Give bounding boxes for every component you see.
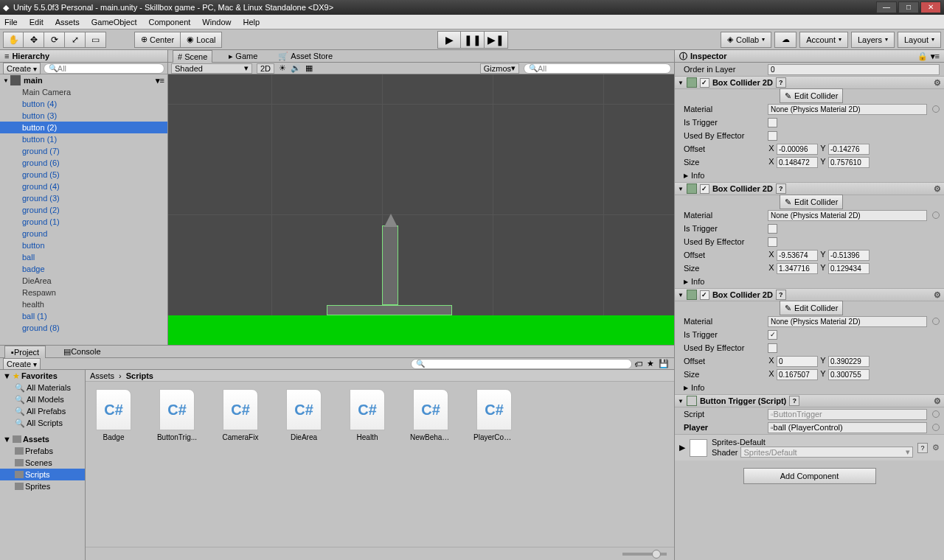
size-x-input[interactable] xyxy=(777,263,818,274)
object-picker-icon[interactable] xyxy=(932,410,940,418)
size-y-input[interactable] xyxy=(828,369,870,380)
pivot-local-button[interactable]: ◉ Local xyxy=(181,32,222,48)
pivot-center-button[interactable]: ⊕ Center xyxy=(134,32,181,48)
scale-tool[interactable]: ⤢ xyxy=(65,32,86,48)
menu-edit[interactable]: Edit xyxy=(30,18,44,27)
tab-console[interactable]: ▤Console xyxy=(58,346,106,358)
fx-icon[interactable]: ▦ xyxy=(305,63,313,73)
offset-y-input[interactable] xyxy=(828,144,870,155)
panel-menu-icon[interactable]: ▾≡ xyxy=(931,52,940,61)
favorites-folder[interactable]: ▼★Favorites xyxy=(0,370,85,382)
istrigger-checkbox[interactable] xyxy=(768,118,777,127)
menu-gameobject[interactable]: GameObject xyxy=(91,18,137,27)
layout-dropdown[interactable]: Layout xyxy=(898,32,941,48)
hierarchy-item[interactable]: button xyxy=(0,239,167,251)
asset-item[interactable]: C#Health xyxy=(347,389,388,441)
hierarchy-item[interactable]: button (1) xyxy=(0,133,167,145)
shading-dropdown[interactable]: Shaded▾ xyxy=(171,63,252,74)
offset-x-input[interactable] xyxy=(777,144,818,155)
folder-item[interactable]: Sprites xyxy=(0,480,85,492)
material-field[interactable]: None (Physics Material 2D) xyxy=(768,210,927,221)
hierarchy-item[interactable]: ground (8) xyxy=(0,322,167,334)
folder-item[interactable]: Prefabs xyxy=(0,445,85,457)
save-filter-icon[interactable]: 💾 xyxy=(659,359,669,368)
close-button[interactable]: ✕ xyxy=(920,1,941,13)
help-icon[interactable]: ? xyxy=(917,443,928,453)
light-icon[interactable]: ☀ xyxy=(279,63,286,73)
folder-item[interactable]: Scripts xyxy=(0,469,85,480)
hierarchy-create-button[interactable]: Create ▾ xyxy=(3,63,41,74)
effector-checkbox[interactable] xyxy=(768,237,777,247)
collab-dropdown[interactable]: ◈Collab xyxy=(721,32,771,48)
size-y-input[interactable] xyxy=(828,263,870,274)
asset-item[interactable]: C#PlayerCont... xyxy=(473,389,515,441)
boxcollider-header[interactable]: ▼✓Box Collider 2D?⚙ xyxy=(675,182,944,195)
star-filter-icon[interactable]: ★ xyxy=(647,359,654,368)
2d-toggle[interactable]: 2D xyxy=(257,63,274,74)
offset-x-input[interactable] xyxy=(777,356,818,367)
menu-component[interactable]: Component xyxy=(148,18,190,27)
offset-x-input[interactable] xyxy=(777,250,818,261)
asset-item[interactable]: C#Badge xyxy=(93,389,134,441)
favorite-item[interactable]: 🔍All Models xyxy=(0,393,85,405)
hierarchy-search[interactable]: 🔍All xyxy=(44,63,164,74)
hierarchy-item[interactable]: Respawn xyxy=(0,287,167,298)
order-input[interactable] xyxy=(768,64,940,75)
rotate-tool[interactable]: ⟳ xyxy=(44,32,65,48)
audio-icon[interactable]: 🔊 xyxy=(291,63,301,73)
menu-file[interactable]: File xyxy=(4,18,18,27)
gear-icon[interactable]: ⚙ xyxy=(934,290,941,300)
menu-help[interactable]: Help xyxy=(243,18,260,27)
hierarchy-item[interactable]: ground (2) xyxy=(0,204,167,216)
favorite-item[interactable]: 🔍All Materials xyxy=(0,382,85,393)
size-y-input[interactable] xyxy=(828,157,870,168)
help-icon[interactable]: ? xyxy=(776,183,786,194)
gear-icon[interactable]: ⚙ xyxy=(934,396,941,406)
hierarchy-item[interactable]: ground (3) xyxy=(0,192,167,204)
shader-dropdown[interactable]: Sprites/Default▾ xyxy=(740,447,913,458)
menu-window[interactable]: Window xyxy=(202,18,231,27)
help-icon[interactable]: ? xyxy=(776,290,786,300)
tab-scene[interactable]: #Scene xyxy=(173,50,212,63)
asset-item[interactable]: C#NewBehavi... xyxy=(410,389,451,441)
object-picker-icon[interactable] xyxy=(932,211,940,219)
move-tool[interactable]: ✥ xyxy=(24,32,44,48)
gear-icon[interactable]: ⚙ xyxy=(932,443,940,452)
assets-folder[interactable]: ▼Assets xyxy=(0,433,85,445)
offset-y-input[interactable] xyxy=(828,250,870,261)
hierarchy-tab[interactable]: ≡Hierarchy xyxy=(0,50,167,63)
size-x-input[interactable] xyxy=(777,369,818,380)
maximize-button[interactable]: □ xyxy=(898,1,919,13)
account-dropdown[interactable]: Account xyxy=(799,32,848,48)
asset-item[interactable]: C#DieArea xyxy=(283,389,324,441)
tab-asset-store[interactable]: 🛒Asset Store xyxy=(274,50,337,63)
tab-project[interactable]: ▪Project xyxy=(4,346,46,358)
script-component-header[interactable]: ▼ Button Trigger (Script) ? ⚙ xyxy=(675,394,944,407)
help-icon[interactable]: ? xyxy=(789,396,799,406)
layers-dropdown[interactable]: Layers xyxy=(851,32,895,48)
inspector-tab[interactable]: ⓘInspector🔒▾≡ xyxy=(675,50,944,63)
hierarchy-item[interactable]: ball xyxy=(0,251,167,263)
tab-game[interactable]: ▸Game xyxy=(224,50,262,63)
hierarchy-item[interactable]: ground (1) xyxy=(0,216,167,228)
scene-root[interactable]: ▼main▾≡ xyxy=(0,74,167,86)
hierarchy-item[interactable]: DieArea xyxy=(0,275,167,287)
enable-checkbox[interactable]: ✓ xyxy=(700,78,709,88)
asset-item[interactable]: C#CameraFix xyxy=(220,389,261,441)
hand-tool[interactable]: ✋ xyxy=(3,32,24,48)
gizmos-dropdown[interactable]: Gizmos ▾ xyxy=(480,63,519,74)
effector-checkbox[interactable] xyxy=(768,343,777,353)
hierarchy-item[interactable]: button (3) xyxy=(0,110,167,122)
icon-size-slider[interactable] xyxy=(622,553,667,556)
play-button[interactable]: ▶ xyxy=(437,31,461,49)
step-button[interactable]: ▶❚ xyxy=(485,31,508,49)
player-field[interactable]: ▫ball (PlayerControl) xyxy=(768,422,927,433)
enable-checkbox[interactable]: ✓ xyxy=(700,290,709,300)
hierarchy-item[interactable]: ground (5) xyxy=(0,169,167,181)
gear-icon[interactable]: ⚙ xyxy=(934,78,941,88)
hierarchy-item[interactable]: button (4) xyxy=(0,98,167,110)
edit-collider-button[interactable]: ✎Edit Collider xyxy=(780,195,843,209)
info-foldout[interactable]: ▶ Info xyxy=(675,275,944,288)
gear-icon[interactable]: ⚙ xyxy=(934,184,941,194)
menu-assets[interactable]: Assets xyxy=(55,18,80,27)
